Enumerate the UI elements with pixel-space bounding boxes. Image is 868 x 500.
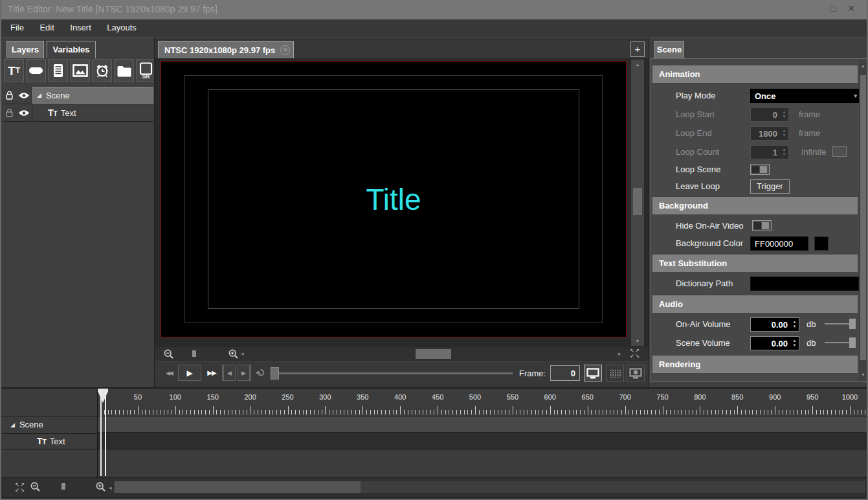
- maximize-button[interactable]: □: [825, 3, 841, 16]
- preview-horizontal-scrollbar-thumb[interactable]: [416, 349, 451, 359]
- menu-file[interactable]: File: [10, 23, 24, 32]
- menu-edit[interactable]: Edit: [39, 23, 54, 32]
- hide-onair-toggle[interactable]: [752, 220, 772, 231]
- timeline-track-scene[interactable]: [97, 416, 868, 433]
- scroll-up-icon[interactable]: ▲: [631, 62, 644, 67]
- scroll-down-icon[interactable]: ▼: [861, 372, 865, 377]
- slider-thumb[interactable]: [192, 350, 196, 357]
- background-color-swatch[interactable]: [814, 236, 829, 251]
- section-background[interactable]: Background: [652, 197, 858, 214]
- lock-toggle[interactable]: [3, 87, 16, 104]
- slider-thumb[interactable]: [849, 337, 856, 348]
- loop-playback-button[interactable]: ↻: [250, 362, 271, 383]
- zoom-in-button[interactable]: [228, 349, 239, 362]
- section-audio[interactable]: Audio: [652, 295, 858, 313]
- layer-label-scene[interactable]: ◢ Scene: [32, 87, 153, 104]
- play-button[interactable]: ▶: [178, 365, 201, 381]
- spinner-arrows[interactable]: ▲▼: [780, 145, 789, 159]
- scene-volume-value[interactable]: 0.00: [750, 336, 790, 350]
- menu-layouts[interactable]: Layouts: [107, 23, 137, 32]
- layer-row-scene[interactable]: ◢ Scene: [3, 87, 153, 104]
- scrollbar-thumb[interactable]: [633, 188, 642, 215]
- timeline-ruler[interactable]: 5010015020025030035040045050055060065070…: [1, 389, 868, 416]
- loop-start-spinner[interactable]: 0 ▲▼: [750, 108, 789, 122]
- add-text-list-button[interactable]: [48, 59, 68, 82]
- tab-scene-document[interactable]: NTSC 1920x1080p 29.97 fps ✕: [158, 41, 294, 58]
- tab-scene-properties[interactable]: Scene: [654, 41, 684, 58]
- play-mode-select[interactable]: Once ▾: [750, 89, 859, 103]
- show-monitor-button[interactable]: [584, 365, 602, 381]
- fullscreen-button[interactable]: ↖↗↙↘: [629, 348, 641, 359]
- infinite-checkbox[interactable]: [832, 146, 847, 157]
- window-titlebar[interactable]: Title Editor: New Title [NTSC 1920x1080p…: [0, 0, 868, 19]
- timeline-track-text[interactable]: [97, 433, 868, 449]
- slider-thumb[interactable]: [849, 319, 856, 329]
- section-rendering[interactable]: Rendering: [652, 356, 858, 373]
- playhead-line[interactable]: [100, 391, 106, 476]
- background-color-input[interactable]: [750, 236, 808, 251]
- loop-scene-toggle[interactable]: [750, 164, 770, 175]
- preview-canvas[interactable]: Title: [161, 61, 627, 337]
- scroll-up-icon[interactable]: ▲: [861, 63, 865, 68]
- add-flat-button[interactable]: [26, 59, 46, 82]
- frame-input[interactable]: [550, 365, 580, 381]
- visibility-toggle[interactable]: [16, 87, 32, 104]
- properties-vertical-scrollbar[interactable]: ▲ ▼: [859, 60, 867, 381]
- add-scoreboard-button[interactable]: SR: [136, 59, 155, 82]
- onair-volume-spinner[interactable]: 0.00 ▲▼: [750, 317, 799, 332]
- scrollbar-thumb[interactable]: [860, 75, 866, 360]
- dictionary-path-input[interactable]: [750, 277, 859, 291]
- add-clock-button[interactable]: [92, 59, 112, 82]
- section-animation[interactable]: Animation: [652, 65, 858, 83]
- close-button[interactable]: ✕: [843, 3, 859, 16]
- timeline-row-label-text[interactable]: TT Text: [1, 433, 97, 449]
- zoom-out-button[interactable]: [164, 349, 174, 362]
- layer-label-text[interactable]: TT Text: [32, 104, 153, 121]
- spinner-arrows[interactable]: ▲▼: [790, 336, 799, 350]
- expander-icon[interactable]: ◢: [10, 422, 15, 428]
- spinner-arrows[interactable]: ▲▼: [780, 108, 789, 122]
- canvas-title-text[interactable]: Title: [161, 62, 626, 337]
- section-text-substitution[interactable]: Text Substitution: [652, 255, 858, 272]
- output-preview-button[interactable]: [627, 365, 645, 381]
- add-text-button[interactable]: TT: [4, 59, 24, 82]
- timeline-expand-button[interactable]: ↖↗↙↘: [14, 483, 26, 494]
- scroll-right-icon[interactable]: ▸: [618, 350, 621, 357]
- slider-thumb[interactable]: [61, 483, 65, 490]
- go-to-end-button[interactable]: ▶: [238, 365, 251, 381]
- timeline-zoom-out-button[interactable]: [30, 482, 41, 495]
- seek-slider-track[interactable]: [270, 372, 513, 374]
- preview-vertical-scrollbar[interactable]: ▲ ▼: [631, 60, 644, 346]
- scroll-down-icon[interactable]: ▼: [631, 339, 644, 343]
- fast-forward-button[interactable]: ▶▶: [204, 365, 219, 381]
- loop-end-spinner[interactable]: 1800 ▲▼: [750, 126, 789, 141]
- onair-volume-slider[interactable]: [825, 319, 856, 329]
- go-to-start-button[interactable]: ◀: [222, 365, 236, 381]
- loop-end-value[interactable]: 1800: [750, 126, 780, 141]
- tab-close-icon[interactable]: ✕: [280, 45, 290, 55]
- tab-layers[interactable]: Layers: [6, 41, 44, 58]
- lock-toggle[interactable]: [3, 104, 16, 121]
- timeline-scrollbar-thumb[interactable]: [115, 481, 361, 493]
- loop-start-value[interactable]: 0: [750, 108, 780, 122]
- transparency-grid-button[interactable]: [606, 365, 624, 381]
- scene-volume-slider[interactable]: [825, 337, 856, 348]
- scene-volume-spinner[interactable]: 0.00 ▲▼: [750, 336, 799, 350]
- tab-variables[interactable]: Variables: [47, 41, 96, 58]
- loop-count-value[interactable]: 1: [750, 145, 780, 159]
- menu-insert[interactable]: Insert: [70, 23, 91, 32]
- rewind-button[interactable]: ◀◀: [162, 365, 176, 381]
- spinner-arrows[interactable]: ▲▼: [780, 126, 789, 141]
- timeline-zoom-in-button[interactable]: [96, 482, 106, 495]
- visibility-toggle[interactable]: [16, 104, 32, 121]
- trigger-button[interactable]: Trigger: [750, 179, 790, 194]
- expander-icon[interactable]: ◢: [37, 92, 41, 98]
- spinner-arrows[interactable]: ▲▼: [790, 317, 799, 332]
- add-image-button[interactable]: [70, 59, 90, 82]
- add-folder-button[interactable]: [114, 59, 134, 82]
- scroll-left-icon[interactable]: ◂: [109, 484, 112, 491]
- seek-slider-thumb[interactable]: [271, 367, 279, 380]
- scroll-left-icon[interactable]: ◂: [241, 350, 244, 357]
- timeline-row-label-scene[interactable]: ◢ Scene: [1, 416, 97, 433]
- loop-count-spinner[interactable]: 1 ▲▼: [750, 145, 789, 159]
